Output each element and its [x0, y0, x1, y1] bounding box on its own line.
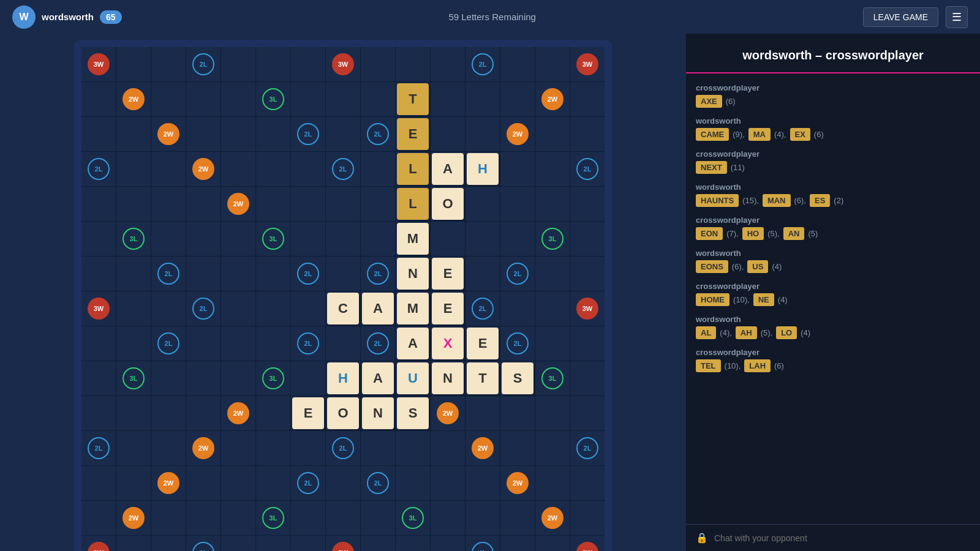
tile-7-9[interactable]: M	[397, 293, 429, 324]
board-cell-12-11[interactable]	[466, 466, 500, 500]
board-cell-6-1[interactable]	[116, 257, 151, 291]
board-cell-8-12[interactable]: 2L	[500, 326, 535, 361]
board-cell-5-5[interactable]: 3L	[256, 222, 290, 256]
board-cell-14-8[interactable]	[361, 536, 395, 551]
board-cell-12-7[interactable]	[326, 466, 360, 500]
board-cell-6-7[interactable]	[326, 257, 360, 291]
board-cell-14-10[interactable]	[431, 536, 465, 551]
board-cell-1-2[interactable]	[151, 82, 186, 116]
board-cell-6-8[interactable]: 2L	[361, 257, 395, 291]
board-cell-14-3[interactable]: 2L	[186, 536, 221, 551]
tile-9-9[interactable]: U	[397, 362, 429, 394]
tile-10-9[interactable]: S	[397, 397, 429, 429]
board-cell-4-5[interactable]	[256, 187, 290, 221]
board-cell-5-7[interactable]	[326, 222, 360, 256]
board-cell-5-10[interactable]	[431, 222, 465, 256]
board-cell-1-1[interactable]: 2W	[116, 82, 151, 116]
board-cell-2-4[interactable]	[221, 117, 255, 151]
board-cell-9-8[interactable]: A	[361, 361, 395, 395]
tile-10-6[interactable]: E	[292, 397, 324, 429]
board-cell-14-14[interactable]: 3W	[570, 536, 605, 551]
board-cell-2-8[interactable]: 2L	[361, 117, 395, 151]
board-cell-6-13[interactable]	[535, 257, 570, 291]
board-cell-7-12[interactable]	[500, 291, 535, 326]
board-cell-1-10[interactable]	[431, 82, 465, 116]
board-cell-14-5[interactable]	[256, 536, 290, 551]
board-cell-5-0[interactable]	[81, 222, 116, 256]
board-cell-14-2[interactable]	[151, 536, 186, 551]
board-cell-7-7[interactable]: C	[326, 291, 360, 326]
board-cell-10-1[interactable]	[116, 396, 151, 430]
board-cell-3-6[interactable]	[291, 152, 325, 186]
board-cell-7-9[interactable]: M	[396, 291, 430, 326]
board-cell-0-0[interactable]: 3W	[81, 47, 116, 81]
board-cell-13-5[interactable]: 3L	[256, 501, 290, 535]
board-cell-0-1[interactable]	[116, 47, 151, 81]
board-cell-8-5[interactable]	[256, 326, 290, 361]
chat-input[interactable]	[714, 533, 970, 543]
board-cell-8-14[interactable]	[570, 326, 605, 361]
board-cell-6-11[interactable]	[466, 257, 500, 291]
board-cell-7-2[interactable]	[151, 291, 186, 326]
board-cell-9-12[interactable]: S	[500, 361, 535, 395]
board-cell-13-14[interactable]	[570, 501, 605, 535]
board-cell-13-2[interactable]	[151, 501, 186, 535]
board-cell-8-11[interactable]: E	[466, 326, 500, 361]
board-cell-5-14[interactable]	[570, 222, 605, 256]
board-cell-0-6[interactable]	[291, 47, 325, 81]
board-cell-0-7[interactable]: 3W	[326, 47, 360, 81]
board-cell-10-4[interactable]: 2W	[221, 396, 255, 430]
board-cell-2-1[interactable]	[116, 117, 151, 151]
board-cell-3-3[interactable]: 2W	[186, 152, 221, 186]
board-cell-9-14[interactable]	[570, 361, 605, 395]
board-cell-4-12[interactable]	[500, 187, 535, 221]
board-cell-5-1[interactable]: 3L	[116, 222, 151, 256]
board-cell-2-6[interactable]: 2L	[291, 117, 325, 151]
board-cell-5-11[interactable]	[466, 222, 500, 256]
board-cell-13-3[interactable]	[186, 501, 221, 535]
board-cell-6-3[interactable]	[186, 257, 221, 291]
board-cell-14-1[interactable]	[116, 536, 151, 551]
tile-6-10[interactable]: E	[432, 258, 464, 290]
board-cell-1-13[interactable]: 2W	[535, 82, 570, 116]
board-cell-9-9[interactable]: U	[396, 361, 430, 395]
board-cell-12-4[interactable]	[221, 466, 255, 500]
board-cell-2-12[interactable]: 2W	[500, 117, 535, 151]
board-cell-6-14[interactable]	[570, 257, 605, 291]
board-cell-2-2[interactable]: 2W	[151, 117, 186, 151]
board-cell-6-9[interactable]: N	[396, 257, 430, 291]
tile-9-11[interactable]: T	[467, 362, 499, 394]
board-cell-6-10[interactable]: E	[431, 257, 465, 291]
board-cell-5-2[interactable]	[151, 222, 186, 256]
board-cell-1-12[interactable]	[500, 82, 535, 116]
board-cell-11-2[interactable]	[151, 431, 186, 465]
board-cell-12-14[interactable]	[570, 466, 605, 500]
board-cell-13-0[interactable]	[81, 501, 116, 535]
menu-button[interactable]: ☰	[946, 6, 968, 28]
board-cell-1-9[interactable]: T	[396, 82, 430, 116]
tile-9-10[interactable]: N	[432, 362, 464, 394]
board-cell-4-2[interactable]	[151, 187, 186, 221]
board-cell-14-11[interactable]: 2L	[466, 536, 500, 551]
board-cell-0-2[interactable]	[151, 47, 186, 81]
board-cell-3-10[interactable]: A	[431, 152, 465, 186]
board-cell-10-14[interactable]	[570, 396, 605, 430]
board-cell-0-14[interactable]: 3W	[570, 47, 605, 81]
board-cell-8-13[interactable]	[535, 326, 570, 361]
board-cell-3-8[interactable]	[361, 152, 395, 186]
board-cell-5-8[interactable]	[361, 222, 395, 256]
board-cell-12-1[interactable]	[116, 466, 151, 500]
board-cell-13-13[interactable]: 2W	[535, 501, 570, 535]
board-cell-13-11[interactable]	[466, 501, 500, 535]
board-cell-4-13[interactable]	[535, 187, 570, 221]
board-cell-8-2[interactable]: 2L	[151, 326, 186, 361]
board-cell-11-7[interactable]: 2L	[326, 431, 360, 465]
board-cell-3-4[interactable]	[221, 152, 255, 186]
board-cell-12-10[interactable]	[431, 466, 465, 500]
board-cell-10-12[interactable]	[500, 396, 535, 430]
leave-game-button[interactable]: LEAVE GAME	[863, 7, 938, 27]
tile-9-8[interactable]: A	[362, 362, 394, 394]
board-cell-13-1[interactable]: 2W	[116, 501, 151, 535]
board-cell-1-0[interactable]	[81, 82, 116, 116]
board-cell-4-3[interactable]	[186, 187, 221, 221]
